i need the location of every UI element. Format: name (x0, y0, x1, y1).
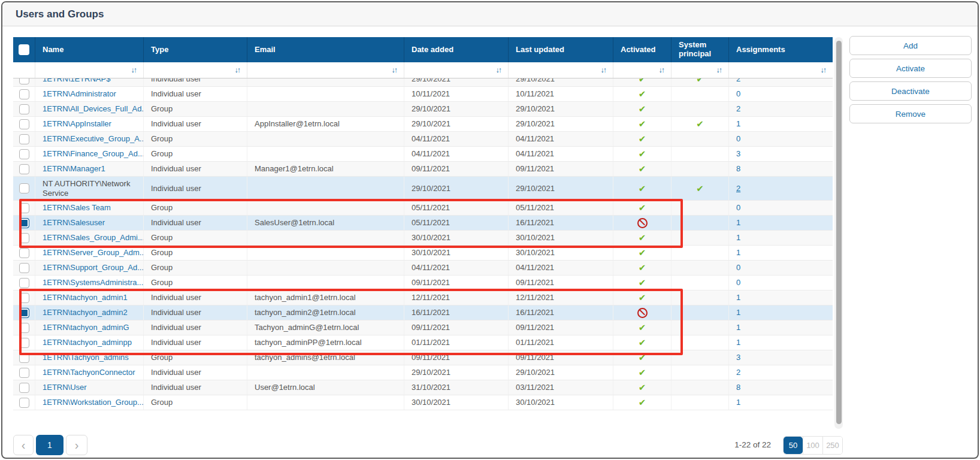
page-size-250[interactable]: 250 (822, 437, 842, 454)
last-updated: 29/10/2021 (508, 78, 613, 86)
row-checkbox[interactable] (19, 338, 29, 348)
user-name[interactable]: 1ETRN\SystemsAdministra... (43, 278, 143, 288)
table-row[interactable]: NT AUTHORITY\Network ServiceIndividual u… (13, 177, 833, 201)
activate-button[interactable]: Activate (849, 59, 972, 78)
table-row[interactable]: 1ETRN\tachyon_admin1Individual usertachy… (13, 290, 833, 305)
user-name[interactable]: 1ETRN\tachyon_admin1 (43, 293, 128, 302)
row-checkbox[interactable] (19, 398, 29, 408)
user-name[interactable]: 1ETRN\User (43, 383, 87, 392)
sort-icon[interactable]: ↓↑ (496, 66, 503, 74)
user-name[interactable]: 1ETRN\Sales_Group_Admi... (43, 233, 143, 243)
table-row[interactable]: 1ETRN\Tachyon_adminsGrouptachyon_admins@… (13, 350, 833, 365)
row-checkbox[interactable] (19, 89, 29, 99)
page-size-50[interactable]: 50 (784, 437, 803, 454)
user-name[interactable]: 1ETRN\tachyon_adminpp (43, 338, 132, 347)
user-name[interactable]: 1ETRN\Administrator (43, 89, 116, 99)
filter-cell-last-updated[interactable]: ↓↑ (508, 62, 613, 78)
user-name[interactable]: 1ETRN\TachyonConnector (43, 368, 135, 377)
user-name[interactable]: 1ETRN\Executive_Group_A... (43, 134, 143, 144)
remove-button[interactable]: Remove (849, 104, 972, 123)
row-checkbox[interactable] (19, 233, 29, 243)
user-name[interactable]: 1ETRN\1ETRNAP$ (43, 78, 110, 84)
filter-cell-system-principal[interactable]: ↓↑ (671, 62, 728, 78)
row-checkbox[interactable] (19, 248, 29, 258)
filter-cell-email[interactable]: ↓↑ (247, 62, 404, 78)
table-row[interactable]: 1ETRN\Sales_Group_Admi...Group30/10/2021… (13, 231, 833, 246)
row-checkbox[interactable] (19, 183, 29, 193)
table-scrollbar-thumb[interactable] (836, 41, 842, 424)
table-row[interactable]: 1ETRN\Manager1Individual userManager1@1e… (13, 162, 833, 177)
table-row[interactable]: 1ETRN\TachyonConnectorIndividual user29/… (13, 365, 833, 380)
user-name[interactable]: 1ETRN\All_Devices_Full_Ad... (43, 104, 143, 114)
row-checkbox[interactable] (19, 293, 29, 303)
table-scrollbar-track[interactable] (834, 37, 843, 429)
sort-icon[interactable]: ↓↑ (235, 66, 241, 74)
table-row[interactable]: 1ETRN\Support_Group_Ad...Group04/11/2021… (13, 261, 833, 276)
user-name[interactable]: 1ETRN\AppInstaller (43, 119, 111, 129)
table-row[interactable]: 1ETRN\Finance_Group_Ad...Group04/11/2021… (13, 147, 833, 162)
user-name[interactable]: 1ETRN\Support_Group_Ad... (43, 263, 143, 273)
user-name[interactable]: 1ETRN\Finance_Group_Ad... (43, 149, 143, 159)
row-checkbox[interactable] (19, 368, 29, 378)
table-row[interactable]: 1ETRN\UserIndividual userUser@1etrn.loca… (13, 380, 833, 395)
deactivate-button[interactable]: Deactivate (849, 81, 972, 101)
table-row[interactable]: 1ETRN\SystemsAdministra...Group09/11/202… (13, 276, 833, 290)
user-name[interactable]: 1ETRN\Sales Team (43, 203, 111, 213)
table-row[interactable]: 1ETRN\tachyon_adminGIndividual userTachy… (13, 320, 833, 335)
user-name[interactable]: 1ETRN\tachyon_adminG (43, 323, 129, 332)
row-checkbox[interactable] (19, 119, 29, 129)
date-added: 30/10/2021 (404, 246, 508, 260)
filter-cell-assignments[interactable]: ↓↑ (728, 62, 833, 78)
page-1-button[interactable]: 1 (36, 435, 63, 455)
row-checkbox[interactable] (19, 383, 29, 393)
select-all-checkbox[interactable] (19, 44, 29, 55)
table-row[interactable]: 1ETRN\Executive_Group_A...Group04/11/202… (13, 132, 833, 147)
row-checkbox[interactable] (19, 308, 29, 318)
previous-page-button[interactable]: ‹ (13, 435, 34, 455)
sort-icon[interactable]: ↓↑ (392, 66, 398, 74)
add-button[interactable]: Add (849, 36, 972, 55)
table-row[interactable]: 1ETRN\Sales TeamGroup05/11/202105/11/202… (13, 201, 833, 216)
sort-icon[interactable]: ↓↑ (659, 66, 666, 74)
table-row[interactable]: 1ETRN\AdministratorIndividual user10/11/… (13, 87, 833, 102)
assignments-count[interactable]: 2 (736, 184, 740, 193)
sort-icon[interactable]: ↓↑ (601, 66, 607, 74)
filter-cell-type[interactable]: ↓↑ (143, 62, 247, 78)
row-checkbox[interactable] (19, 78, 29, 84)
row-checkbox[interactable] (19, 104, 29, 114)
table-row[interactable]: 1ETRN\AppInstallerIndividual userAppInst… (13, 117, 833, 132)
sort-icon[interactable]: ↓↑ (716, 66, 723, 74)
table-row[interactable]: 1ETRN\Workstation_Group...Group30/10/202… (13, 395, 833, 410)
table-row[interactable]: 1ETRN\SalesuserIndividual userSalesUser@… (13, 216, 833, 231)
user-name[interactable]: 1ETRN\Workstation_Group... (43, 398, 143, 407)
table-row[interactable]: 1ETRN\Server_Group_Adm...Group30/10/2021… (13, 246, 833, 261)
next-page-button[interactable]: › (66, 435, 87, 455)
user-name[interactable]: 1ETRN\Salesuser (43, 218, 105, 228)
table-row[interactable]: 1ETRN\All_Devices_Full_Ad...Group29/10/2… (13, 102, 833, 117)
page-size-100[interactable]: 100 (803, 437, 822, 454)
row-checkbox[interactable] (19, 164, 29, 174)
user-type: Group (143, 350, 247, 365)
user-name[interactable]: 1ETRN\Server_Group_Adm... (43, 248, 143, 258)
user-name[interactable]: 1ETRN\tachyon_admin2 (43, 308, 128, 317)
user-name[interactable]: 1ETRN\Tachyon_admins (43, 353, 129, 362)
user-email (247, 177, 404, 200)
filter-cell-activated[interactable]: ↓↑ (613, 62, 671, 78)
row-checkbox[interactable] (19, 353, 29, 363)
row-checkbox[interactable] (19, 278, 29, 288)
table-row[interactable]: 1ETRN\tachyon_adminppIndividual usertach… (13, 335, 833, 350)
sort-icon[interactable]: ↓↑ (821, 66, 827, 74)
row-checkbox[interactable] (19, 134, 29, 144)
filter-cell-name[interactable]: ↓↑ (35, 62, 143, 78)
row-checkbox[interactable] (19, 149, 29, 159)
row-checkbox[interactable] (19, 218, 29, 228)
row-checkbox[interactable] (19, 323, 29, 333)
row-checkbox[interactable] (19, 203, 29, 213)
table-row[interactable]: 1ETRN\1ETRNAP$Individual user29/10/20212… (13, 78, 833, 87)
assignments-cell: 0 (728, 132, 833, 146)
user-name[interactable]: 1ETRN\Manager1 (43, 164, 105, 174)
filter-cell-date-added[interactable]: ↓↑ (404, 62, 508, 78)
sort-icon[interactable]: ↓↑ (131, 66, 138, 74)
table-row[interactable]: 1ETRN\tachyon_admin2Individual usertachy… (13, 305, 833, 320)
row-checkbox[interactable] (19, 263, 29, 273)
